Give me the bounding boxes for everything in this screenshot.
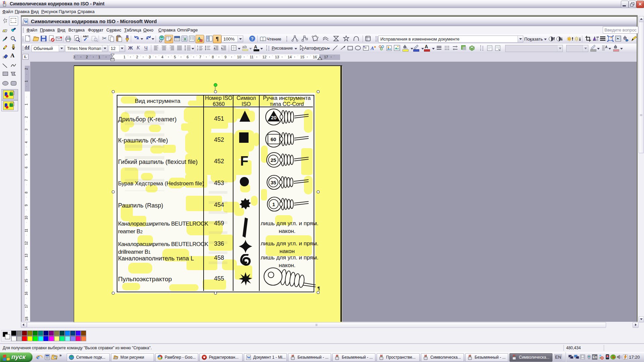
svg-text:W: W (24, 19, 28, 24)
svg-text:A: A (370, 46, 374, 51)
svg-text:1: 1 (197, 45, 199, 48)
svg-text:1: 1 (272, 201, 275, 207)
svg-text:2: 2 (197, 48, 199, 51)
svg-text:En: En (593, 355, 597, 359)
svg-text:20: 20 (271, 115, 277, 120)
svg-text:A: A (605, 45, 607, 49)
svg-text:W: W (247, 355, 251, 359)
svg-text:60: 60 (271, 136, 276, 142)
svg-text:25: 25 (271, 157, 276, 163)
svg-text:35: 35 (271, 180, 276, 185)
